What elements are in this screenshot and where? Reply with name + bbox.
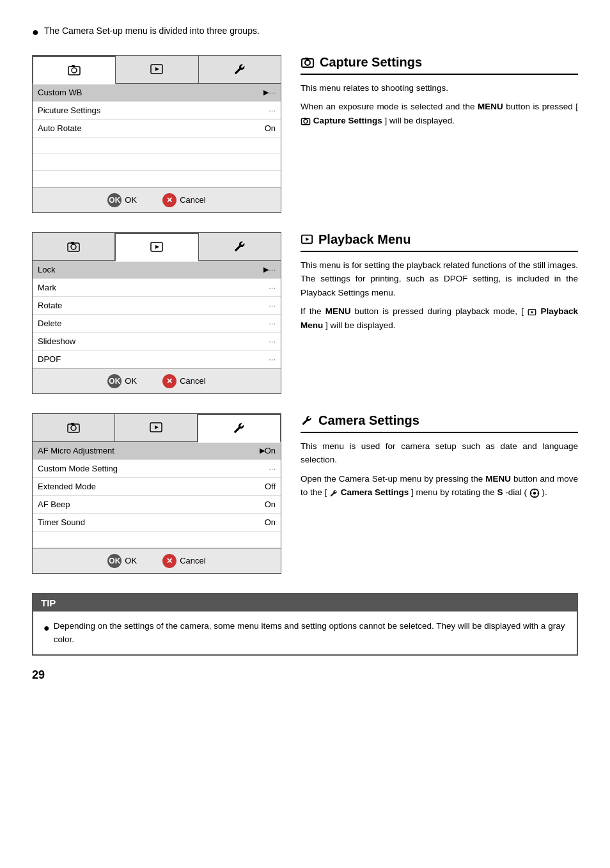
capture-empty-2 xyxy=(33,154,281,171)
playback-row-5-dots: ··· xyxy=(269,354,276,364)
camera-settings-menu-tabs xyxy=(33,414,281,442)
capture-text2-bold-end: Capture Settings xyxy=(313,116,382,125)
capture-row-0-dots: ··· xyxy=(269,88,276,97)
cs-row-3[interactable]: AF Beep On xyxy=(33,496,281,514)
capture-row-1-label: Picuture Settings xyxy=(38,106,269,115)
playback-row-1-dots: ··· xyxy=(269,283,276,292)
playback-tab-wrench[interactable] xyxy=(199,233,281,260)
playback-text: This menu is for setting the playback re… xyxy=(301,258,578,333)
capture-menu-box: Custom WB ▶ ··· Picuture Settings ··· Au… xyxy=(32,55,281,213)
playback-text2-mid: button is pressed during playback mode, … xyxy=(355,306,524,316)
playback-cancel-btn[interactable]: ✕ Cancel xyxy=(162,374,205,388)
cs-cancel-btn[interactable]: ✕ Cancel xyxy=(162,554,205,568)
playback-tab-play[interactable] xyxy=(115,233,198,262)
capture-tab-play[interactable] xyxy=(116,56,198,83)
capture-tab-camera[interactable] xyxy=(33,56,116,84)
capture-title: Capture Settings xyxy=(301,55,578,75)
capture-menu-bold: MENU xyxy=(478,102,503,111)
playback-row-3[interactable]: Delete ··· xyxy=(33,315,281,333)
cs-tab-play[interactable] xyxy=(115,414,198,441)
tip-content: ● Depending on the settings of the camer… xyxy=(33,612,577,654)
svg-marker-24 xyxy=(155,425,159,429)
svg-point-12 xyxy=(71,244,76,249)
svg-point-9 xyxy=(304,120,308,123)
playback-ok-circle: OK xyxy=(107,374,121,388)
cs-sdial-icon xyxy=(529,488,540,498)
playback-row-0-dots: ··· xyxy=(269,265,276,274)
playback-cancel-circle: ✕ xyxy=(162,374,176,388)
cs-row-4[interactable]: Timer Sound On xyxy=(33,514,281,532)
playback-row-4-dots: ··· xyxy=(269,336,276,346)
playback-row-4[interactable]: Slideshow ··· xyxy=(33,333,281,351)
playback-row-2[interactable]: Rotate ··· xyxy=(33,297,281,315)
svg-marker-17 xyxy=(306,237,309,241)
playback-menu-footer: OK OK ✕ Cancel xyxy=(33,368,281,393)
capture-inline-icon xyxy=(301,116,311,126)
cs-row-2-label: Extended Mode xyxy=(38,482,265,491)
playback-row-3-dots: ··· xyxy=(269,319,276,328)
playback-text-2: If the MENU button is pressed during pla… xyxy=(301,304,578,332)
playback-ok-label: OK xyxy=(125,376,137,386)
svg-rect-2 xyxy=(72,65,75,67)
playback-row-5[interactable]: DPOF ··· xyxy=(33,351,281,368)
capture-text-2: When an exposure mode is selected and th… xyxy=(301,100,578,127)
bullet-dot: ● xyxy=(32,26,39,40)
playback-row-0[interactable]: Lock ▶ ··· xyxy=(33,261,281,279)
cs-sdial-bold: S xyxy=(497,487,503,497)
capture-row-1[interactable]: Picuture Settings ··· xyxy=(33,102,281,120)
cs-row-0[interactable]: AF Micro Adjustment ▶ On xyxy=(33,442,281,460)
tip-box: TIP ● Depending on the settings of the c… xyxy=(32,593,578,656)
play-icon xyxy=(150,62,164,76)
cs-row-0-value: On xyxy=(265,446,276,455)
playback-text-1: This menu is for setting the playback re… xyxy=(301,258,578,300)
cs-row-0-arrow: ▶ xyxy=(260,446,265,455)
playback-row-3-label: Delete xyxy=(38,319,269,328)
cs-row-1[interactable]: Custom Mode Setting ··· xyxy=(33,460,281,478)
intro-section: ● The Camera Set-up menu is divided into… xyxy=(32,26,578,40)
cs-row-2-value: Off xyxy=(265,482,276,491)
cs-menu-bold: MENU xyxy=(485,474,511,484)
camera-icon xyxy=(67,63,81,77)
playback-row-0-label: Lock xyxy=(38,265,260,274)
cs-play-icon xyxy=(149,420,163,434)
page-number: 29 xyxy=(32,668,578,682)
capture-text2-tail: ] will be displayed. xyxy=(385,116,455,125)
capture-row-0-label: Custom WB xyxy=(38,88,260,97)
playback-ok-btn[interactable]: OK OK xyxy=(107,374,137,388)
capture-row-2-label: Auto Rotate xyxy=(38,123,265,133)
capture-ok-btn[interactable]: OK OK xyxy=(107,193,137,207)
playback-camera-icon xyxy=(66,239,81,253)
playback-row-1[interactable]: Mark ··· xyxy=(33,279,281,297)
capture-menu-tabs xyxy=(33,56,281,84)
capture-empty-1 xyxy=(33,138,281,154)
tip-text: Depending on the settings of the camera,… xyxy=(54,619,567,647)
cs-menu-footer: OK OK ✕ Cancel xyxy=(33,548,281,573)
svg-point-1 xyxy=(72,68,77,73)
capture-row-0[interactable]: Custom WB ▶ ··· xyxy=(33,84,281,102)
playback-row-2-dots: ··· xyxy=(269,301,276,310)
svg-rect-10 xyxy=(304,118,306,119)
svg-rect-7 xyxy=(305,58,308,59)
cs-ok-label: OK xyxy=(125,556,137,565)
playback-row-1-label: Mark xyxy=(38,283,269,292)
cs-wrench-icon xyxy=(232,421,246,435)
capture-cancel-label: Cancel xyxy=(180,195,205,205)
playback-inline-icon xyxy=(528,308,536,317)
capture-cancel-btn[interactable]: ✕ Cancel xyxy=(162,193,205,207)
capture-tab-wrench[interactable] xyxy=(199,56,281,83)
cs-text2-prefix: Open the Camera Set-up menu by pressing … xyxy=(301,474,485,484)
cs-row-2[interactable]: Extended Mode Off xyxy=(33,478,281,496)
cs-tab-camera[interactable] xyxy=(33,414,115,441)
capture-ok-label: OK xyxy=(125,195,137,205)
camera-settings-menu-box: AF Micro Adjustment ▶ On Custom Mode Set… xyxy=(32,413,281,574)
cs-text2-tail2: -dial ( xyxy=(505,487,527,497)
cs-ok-btn[interactable]: OK OK xyxy=(107,554,137,568)
cs-tab-wrench[interactable] xyxy=(198,414,281,443)
playback-title-icon xyxy=(301,233,313,246)
cs-title: Camera Settings xyxy=(301,413,578,433)
capture-row-2[interactable]: Auto Rotate On xyxy=(33,120,281,138)
tip-bullet-dot: ● xyxy=(43,620,50,636)
svg-point-21 xyxy=(71,425,76,430)
playback-tab-camera[interactable] xyxy=(33,233,115,260)
cs-title-icon xyxy=(301,414,313,427)
